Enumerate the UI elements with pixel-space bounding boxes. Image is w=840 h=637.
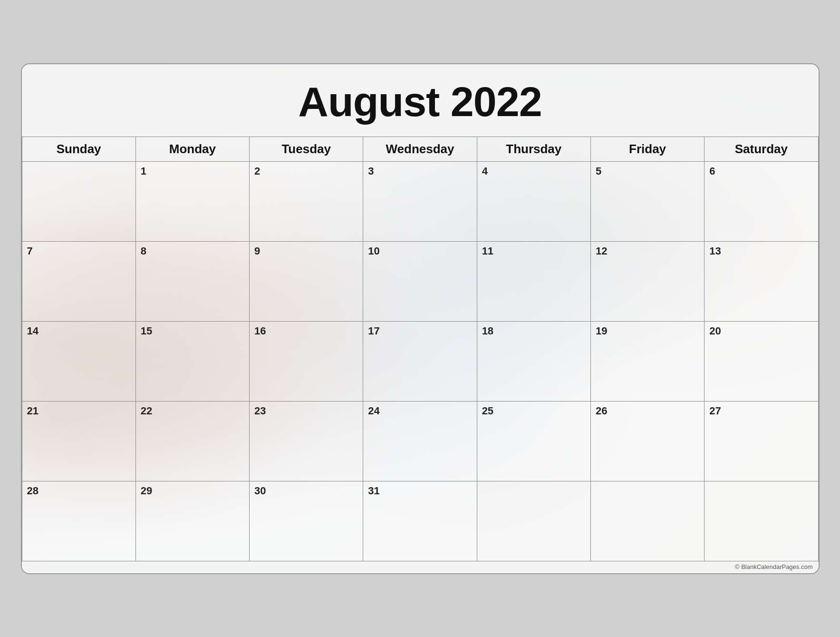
calendar-day-cell: 25 — [477, 401, 590, 481]
day-number: 22 — [141, 405, 152, 417]
calendar-day-cell: 18 — [477, 321, 590, 401]
day-of-week-header: Sunday — [22, 137, 135, 161]
calendar-day-cell: 17 — [363, 321, 477, 401]
calendar-day-cell: 5 — [590, 161, 704, 241]
day-number: 12 — [596, 245, 607, 257]
day-number: 11 — [482, 245, 493, 257]
days-of-week-row: SundayMondayTuesdayWednesdayThursdayFrid… — [22, 137, 818, 161]
day-number: 4 — [482, 165, 488, 177]
day-number: 3 — [368, 165, 374, 177]
day-of-week-header: Monday — [135, 137, 249, 161]
day-number: 23 — [254, 405, 266, 417]
calendar-day-cell: 3 — [363, 161, 477, 241]
calendar-day-cell: 11 — [477, 241, 590, 321]
day-number: 9 — [254, 245, 260, 257]
calendar-grid: SundayMondayTuesdayWednesdayThursdayFrid… — [22, 137, 819, 561]
calendar-title: August 2022 — [22, 78, 819, 126]
day-number: 13 — [709, 245, 721, 257]
calendar-day-cell: 10 — [363, 241, 477, 321]
calendar-day-cell: 12 — [590, 241, 704, 321]
calendar-day-cell: 8 — [135, 241, 249, 321]
calendar-container: August 2022 SundayMondayTuesdayWednesday… — [21, 63, 820, 574]
calendar-day-cell: 28 — [22, 481, 135, 561]
day-number: 25 — [482, 405, 493, 417]
calendar-day-cell: 19 — [590, 321, 704, 401]
calendar-day-cell: 7 — [22, 241, 135, 321]
calendar-day-cell: 4 — [477, 161, 590, 241]
calendar-day-cell: 26 — [590, 401, 704, 481]
day-number: 10 — [368, 245, 379, 257]
day-of-week-header: Saturday — [705, 137, 818, 161]
calendar-day-cell: 24 — [363, 401, 477, 481]
calendar-day-cell: 30 — [250, 481, 363, 561]
calendar-day-cell: 9 — [250, 241, 363, 321]
calendar-day-cell — [705, 481, 818, 561]
calendar-day-cell: 29 — [135, 481, 249, 561]
day-number: 21 — [27, 405, 39, 417]
calendar-week-row: 78910111213 — [22, 241, 818, 321]
calendar-day-cell: 31 — [363, 481, 477, 561]
day-number: 31 — [368, 485, 379, 497]
day-number: 16 — [254, 325, 266, 337]
day-number: 5 — [596, 165, 601, 177]
day-number: 20 — [709, 325, 721, 337]
calendar-day-cell: 22 — [135, 401, 249, 481]
calendar-day-cell: 21 — [22, 401, 135, 481]
calendar-day-cell: 14 — [22, 321, 135, 401]
calendar-week-row: 123456 — [22, 161, 818, 241]
day-number: 6 — [709, 165, 715, 177]
day-of-week-header: Friday — [590, 137, 704, 161]
day-number: 29 — [141, 485, 152, 497]
copyright-text: © BlankCalendarPages.com — [22, 561, 819, 573]
day-of-week-header: Wednesday — [363, 137, 477, 161]
calendar-week-row: 28293031 — [22, 481, 818, 561]
day-number: 27 — [709, 405, 721, 417]
calendar-day-cell: 20 — [705, 321, 818, 401]
calendar-day-cell: 16 — [250, 321, 363, 401]
calendar-day-cell: 15 — [135, 321, 249, 401]
day-number: 14 — [27, 325, 39, 337]
calendar-day-cell: 23 — [250, 401, 363, 481]
day-number: 1 — [141, 165, 146, 177]
day-number: 7 — [27, 245, 33, 257]
day-number: 30 — [254, 485, 266, 497]
day-number: 18 — [482, 325, 493, 337]
day-number: 2 — [254, 165, 260, 177]
day-of-week-header: Tuesday — [250, 137, 363, 161]
calendar-day-cell: 6 — [705, 161, 818, 241]
calendar-header: August 2022 — [22, 64, 819, 137]
calendar-week-row: 21222324252627 — [22, 401, 818, 481]
calendar-day-cell: 2 — [250, 161, 363, 241]
calendar-day-cell: 13 — [705, 241, 818, 321]
day-number: 17 — [368, 325, 379, 337]
calendar-day-cell — [22, 161, 135, 241]
calendar-week-row: 14151617181920 — [22, 321, 818, 401]
day-number: 24 — [368, 405, 379, 417]
day-number: 15 — [141, 325, 152, 337]
calendar-day-cell: 27 — [705, 401, 818, 481]
calendar-day-cell — [477, 481, 590, 561]
day-number: 19 — [596, 325, 607, 337]
day-of-week-header: Thursday — [477, 137, 590, 161]
day-number: 8 — [141, 245, 146, 257]
day-number: 26 — [596, 405, 607, 417]
calendar-day-cell: 1 — [135, 161, 249, 241]
day-number: 28 — [27, 485, 39, 497]
calendar-day-cell — [590, 481, 704, 561]
